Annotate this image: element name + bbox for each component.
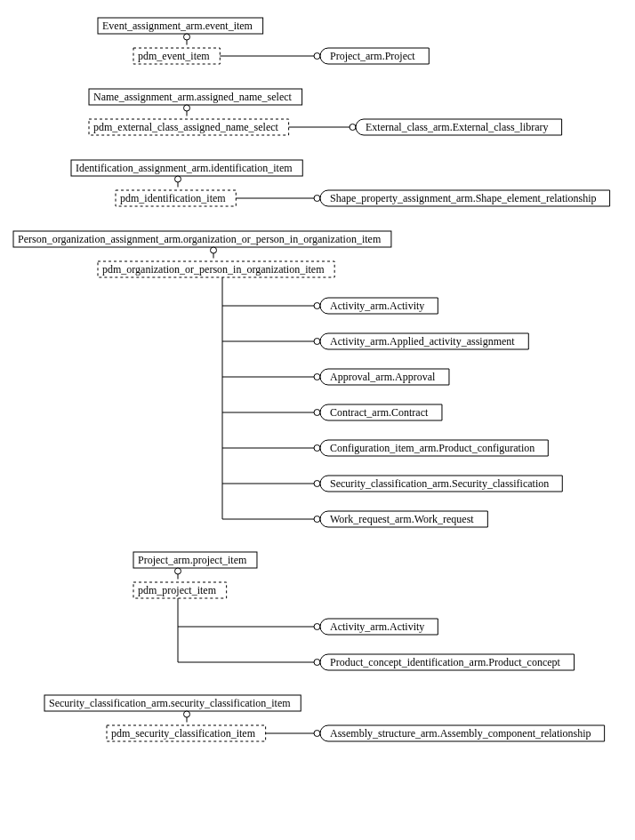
connector-circle (314, 624, 320, 630)
g2-child: pdm_external_class_assigned_name_select (89, 119, 289, 135)
g1-leaf-0: Project_arm.Project (320, 48, 429, 64)
g6-parent: Security_classification_arm.security_cla… (44, 695, 301, 711)
g2-leaf-0: External_class_arm.External_class_librar… (356, 119, 562, 135)
g4-leaf-5: Security_classification_arm.Security_cla… (320, 476, 562, 492)
connector-circle (314, 374, 320, 380)
g2-child-label: pdm_external_class_assigned_name_select (93, 121, 279, 133)
g4-parent: Person_organization_assignment_arm.organ… (13, 231, 391, 247)
g5-child-label: pdm_project_item (138, 584, 217, 596)
connector-circle (184, 711, 190, 717)
g5-leaf-0: Activity_arm.Activity (320, 619, 438, 635)
connector-circle (314, 303, 320, 309)
g5-leaf-0-label: Activity_arm.Activity (330, 620, 424, 633)
g2-parent: Name_assignment_arm.assigned_name_select (89, 89, 302, 105)
g4-leaf-3-label: Contract_arm.Contract (330, 406, 429, 419)
g2-leaf-0-label: External_class_arm.External_class_librar… (366, 121, 549, 133)
g4-leaf-5-label: Security_classification_arm.Security_cla… (330, 477, 549, 490)
connector-circle (184, 105, 190, 111)
g4-leaf-6-label: Work_request_arm.Work_request (330, 513, 474, 525)
g1-child-label: pdm_event_item (138, 50, 210, 62)
connector-circle (350, 124, 356, 131)
g6-leaf-0: Assembly_structure_arm.Assembly_componen… (320, 725, 605, 741)
g5-leaf-1: Product_concept_identification_arm.Produ… (320, 654, 575, 670)
g6-parent-label: Security_classification_arm.security_cla… (49, 697, 291, 709)
g6-child-label: pdm_security_classification_item (111, 727, 256, 740)
g3-leaf-0-label: Shape_property_assignment_arm.Shape_elem… (330, 192, 597, 204)
g6-leaf-0-label: Assembly_structure_arm.Assembly_componen… (330, 727, 591, 740)
g4-parent-label: Person_organization_assignment_arm.organ… (18, 233, 382, 245)
connector-circle (314, 731, 320, 737)
connector-circle (314, 196, 320, 202)
g6-child: pdm_security_classification_item (107, 725, 266, 741)
g3-child-label: pdm_identification_item (120, 192, 226, 204)
g3-leaf-0: Shape_property_assignment_arm.Shape_elem… (320, 190, 610, 206)
g4-leaf-4-label: Configuration_item_arm.Product_configura… (330, 442, 535, 454)
g4-leaf-1: Activity_arm.Applied_activity_assignment (320, 333, 528, 349)
g5-leaf-1-label: Product_concept_identification_arm.Produ… (330, 656, 561, 668)
g5-parent-label: Project_arm.project_item (138, 554, 247, 566)
g3-parent: Identification_assignment_arm.identifica… (71, 160, 302, 176)
g4-leaf-1-label: Activity_arm.Applied_activity_assignment (330, 335, 515, 348)
g4-leaf-0: Activity_arm.Activity (320, 298, 438, 314)
g4-child: pdm_organization_or_person_in_organizati… (98, 261, 334, 277)
connector-circle (175, 568, 181, 574)
connector-circle (211, 247, 217, 253)
g4-leaf-4: Configuration_item_arm.Product_configura… (320, 440, 548, 456)
expressg-diagram: Event_assignment_arm.event_itempdm_event… (0, 0, 635, 840)
g4-leaf-2: Approval_arm.Approval (320, 369, 449, 385)
g5-child: pdm_project_item (133, 582, 227, 598)
connector-circle (175, 176, 181, 182)
g3-child: pdm_identification_item (116, 190, 236, 206)
connector-circle (314, 481, 320, 487)
g4-leaf-0-label: Activity_arm.Activity (330, 300, 424, 312)
g1-leaf-0-label: Project_arm.Project (330, 50, 415, 62)
g1-child: pdm_event_item (133, 48, 220, 64)
connector-circle (184, 34, 190, 40)
g1-parent: Event_assignment_arm.event_item (98, 18, 263, 34)
connector-circle (314, 660, 320, 666)
g1-parent-label: Event_assignment_arm.event_item (102, 20, 253, 32)
g4-leaf-6: Work_request_arm.Work_request (320, 511, 487, 527)
connector-circle (314, 53, 320, 60)
connector-circle (314, 516, 320, 523)
connector-circle (314, 445, 320, 452)
g3-parent-label: Identification_assignment_arm.identifica… (76, 162, 293, 174)
g2-parent-label: Name_assignment_arm.assigned_name_select (93, 91, 293, 103)
g4-leaf-2-label: Approval_arm.Approval (330, 371, 436, 383)
connector-circle (314, 410, 320, 416)
g5-parent: Project_arm.project_item (133, 552, 257, 568)
connector-circle (314, 339, 320, 345)
g4-leaf-3: Contract_arm.Contract (320, 404, 442, 420)
g4-child-label: pdm_organization_or_person_in_organizati… (102, 263, 325, 276)
